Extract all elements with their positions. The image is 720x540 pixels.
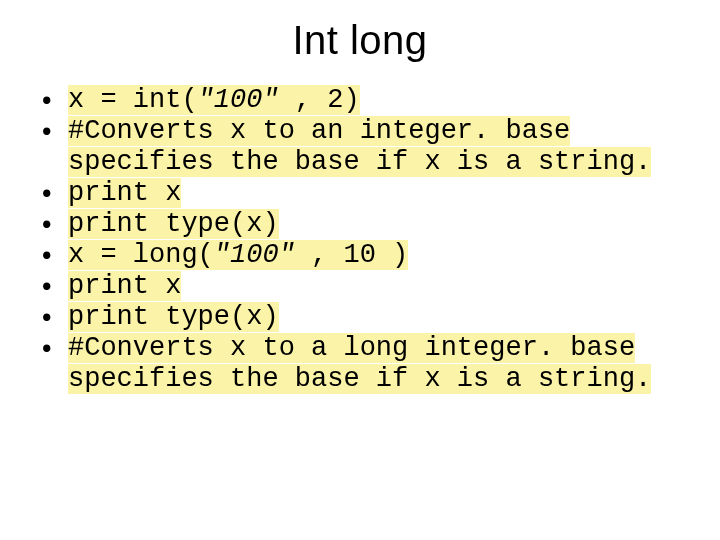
code-text: "100": [198, 85, 295, 115]
slide-title: Int long: [30, 18, 690, 63]
code-text: print type(x): [68, 209, 279, 239]
list-item: print x: [40, 178, 690, 209]
list-item: print x: [40, 271, 690, 302]
code-text: print x: [68, 178, 181, 208]
list-item: x = int("100" , 2): [40, 85, 690, 116]
code-text: print x: [68, 271, 181, 301]
code-text: "100": [214, 240, 311, 270]
code-text: , 2): [295, 85, 360, 115]
highlight-span: print x: [68, 178, 181, 208]
code-text: x =: [68, 85, 133, 115]
code-text: int(: [133, 85, 198, 115]
slide: Int long x = int("100" , 2)#Converts x t…: [0, 0, 720, 540]
list-item: #Converts x to a long integer. base spec…: [40, 333, 690, 395]
highlight-span: print type(x): [68, 209, 279, 239]
code-text: long(: [133, 240, 214, 270]
highlight-span: #Converts x to an integer. base specifie…: [68, 116, 651, 177]
highlight-span: print x: [68, 271, 181, 301]
code-text: x =: [68, 240, 133, 270]
bullet-list: x = int("100" , 2)#Converts x to an inte…: [40, 85, 690, 395]
list-item: print type(x): [40, 302, 690, 333]
list-item: x = long("100" , 10 ): [40, 240, 690, 271]
highlight-span: x = long("100" , 10 ): [68, 240, 408, 270]
highlight-span: #Converts x to a long integer. base spec…: [68, 333, 651, 394]
code-text: #Converts x to a long integer. base spec…: [68, 333, 651, 394]
code-text: print type(x): [68, 302, 279, 332]
code-text: , 10 ): [311, 240, 408, 270]
highlight-span: x = int("100" , 2): [68, 85, 360, 115]
code-text: #Converts x to an integer. base specifie…: [68, 116, 651, 177]
list-item: print type(x): [40, 209, 690, 240]
highlight-span: print type(x): [68, 302, 279, 332]
list-item: #Converts x to an integer. base specifie…: [40, 116, 690, 178]
